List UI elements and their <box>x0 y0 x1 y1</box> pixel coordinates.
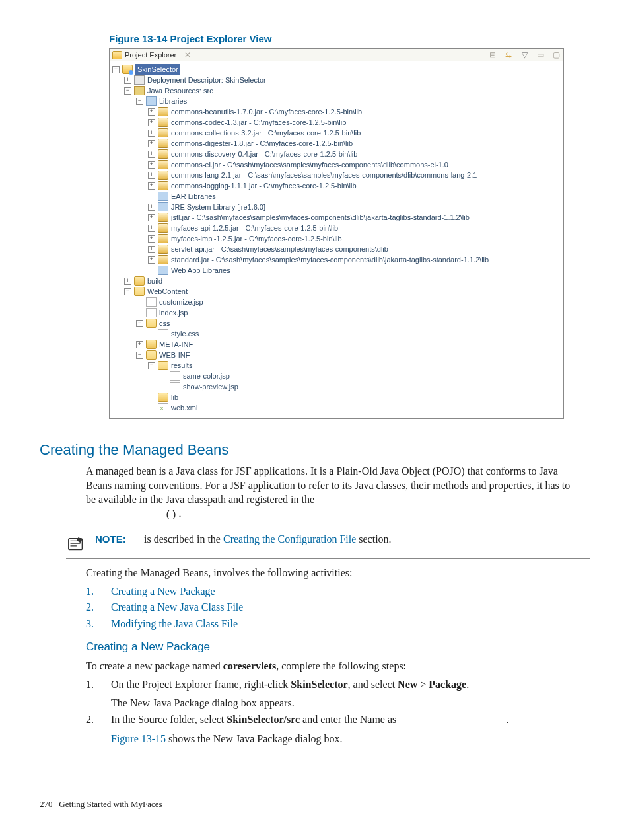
file-icon <box>170 382 180 391</box>
file-icon <box>158 329 168 338</box>
tree-item[interactable]: standard.jar - C:\sash\myfaces\samples\m… <box>171 254 489 265</box>
tree-item[interactable]: EAR Libraries <box>171 191 216 202</box>
expand-icon[interactable]: + <box>124 278 131 285</box>
tree-item[interactable]: style.css <box>171 328 199 339</box>
collapse-all-icon[interactable]: ⊟ <box>488 50 497 59</box>
expand-icon[interactable]: + <box>148 225 155 232</box>
expand-icon[interactable]: + <box>136 341 143 348</box>
tree-item[interactable]: JRE System Library [jre1.6.0] <box>171 202 265 212</box>
steps-list: 1. On the Project Explorer frame, right-… <box>86 677 577 746</box>
project-explorer-screenshot: Project Explorer ✕ ⊟ ⇆ ▽ ▭ ▢ −SkinSelect… <box>109 48 564 419</box>
maximize-icon[interactable]: ▢ <box>551 50 561 59</box>
descriptor-icon <box>134 75 145 85</box>
expand-icon[interactable]: + <box>124 77 131 84</box>
expand-icon[interactable]: + <box>148 235 155 243</box>
expand-icon[interactable]: + <box>148 119 155 126</box>
tree-item[interactable]: jstl.jar - C:\sash\myfaces\samples\myfac… <box>171 212 470 223</box>
explorer-tabbar: Project Explorer ✕ ⊟ ⇆ ▽ ▭ ▢ <box>110 49 563 61</box>
tab-title[interactable]: Project Explorer <box>125 51 176 59</box>
tree-item[interactable]: show-preview.jsp <box>183 381 238 392</box>
library-icon <box>158 202 168 211</box>
tree-item[interactable]: Deployment Descriptor: SkinSelector <box>147 75 266 85</box>
tree-item[interactable]: Web App Libraries <box>171 265 230 276</box>
tree-item[interactable]: Libraries <box>159 96 187 106</box>
minimize-icon[interactable]: ▭ <box>536 50 545 59</box>
tree-item[interactable]: commons-collections-3.2.jar - C:\myfaces… <box>171 128 361 138</box>
tree-item-project[interactable]: SkinSelector <box>135 64 180 75</box>
text: shows the New Java Package dialog box. <box>166 733 343 744</box>
tree-item[interactable]: myfaces-impl-1.2.5.jar - C:\myfaces-core… <box>171 233 342 244</box>
expand-icon[interactable]: + <box>148 130 155 137</box>
tree-item[interactable]: commons-codec-1.3.jar - C:\myfaces-core-… <box>171 117 346 128</box>
step-result: The New Java Package dialog box appears. <box>111 696 577 710</box>
tree-item[interactable]: Java Resources: src <box>147 85 213 96</box>
tree-item[interactable]: index.jsp <box>159 307 188 318</box>
config-file-link[interactable]: Creating the Configuration File <box>223 533 356 545</box>
activities-intro: Creating the Managed Beans, involves the… <box>86 566 577 580</box>
section-heading: Creating the Managed Beans <box>40 441 590 459</box>
folder-open-icon <box>146 319 157 328</box>
expand-icon[interactable]: + <box>148 140 155 147</box>
tree-item[interactable]: myfaces-api-1.2.5.jar - C:\myfaces-core-… <box>171 223 338 233</box>
note-text-part: is described in the <box>144 533 223 545</box>
collapse-icon[interactable]: − <box>136 320 143 327</box>
collapse-icon[interactable]: − <box>124 288 131 295</box>
tree-item[interactable]: WebContent <box>147 286 188 297</box>
subsection-intro: To create a new package named coreservle… <box>86 659 577 673</box>
tree-item[interactable]: build <box>147 276 162 286</box>
expand-icon[interactable]: + <box>148 256 155 264</box>
close-icon[interactable]: ✕ <box>182 50 193 59</box>
tree-item[interactable]: commons-beanutils-1.7.0.jar - C:\myfaces… <box>171 106 362 117</box>
collapse-icon[interactable]: − <box>148 362 155 369</box>
expand-icon[interactable]: + <box>148 214 155 221</box>
figure-link[interactable]: Figure 13-15 <box>111 733 166 744</box>
step-number: 1. <box>86 677 96 710</box>
expand-icon[interactable]: + <box>148 204 155 211</box>
expand-icon[interactable]: + <box>148 172 155 179</box>
tree-item[interactable]: META-INF <box>159 339 193 350</box>
collapse-icon[interactable]: − <box>136 98 143 105</box>
list-number: 1. <box>86 584 96 599</box>
expand-icon[interactable]: + <box>148 182 155 190</box>
tree-item[interactable]: lib <box>171 392 178 402</box>
footer-text: Getting Started with MyFaces <box>59 799 162 809</box>
tree-item[interactable]: commons-el.jar - C:\sash\myfaces\samples… <box>171 159 448 170</box>
project-tree[interactable]: −SkinSelector +Deployment Descriptor: Sk… <box>110 61 563 418</box>
jar-icon <box>158 149 168 159</box>
tree-item[interactable]: same-color.jsp <box>183 371 230 381</box>
activity-link[interactable]: Creating a New Package <box>111 584 215 599</box>
tree-item[interactable]: commons-logging-1.1.1.jar - C:\myfaces-c… <box>171 180 357 191</box>
expand-icon[interactable]: + <box>148 246 155 253</box>
tree-item[interactable]: commons-digester-1.8.jar - C:\myfaces-co… <box>171 138 353 149</box>
tree-item[interactable]: commons-discovery-0.4.jar - C:\myfaces-c… <box>171 149 357 159</box>
expand-icon[interactable]: + <box>148 151 155 158</box>
note-icon <box>66 535 86 554</box>
tree-item[interactable]: commons-lang-2.1.jar - C:\sash\myfaces\s… <box>171 170 477 180</box>
tree-item[interactable]: web.xml <box>171 402 197 413</box>
paragraph-text: A managed bean is a Java class for JSF a… <box>86 465 570 505</box>
jar-icon <box>158 107 168 116</box>
jar-icon <box>158 213 168 222</box>
xml-file-icon <box>158 403 168 412</box>
tree-item[interactable]: css <box>159 318 170 328</box>
tree-item[interactable]: servlet-api.jar - C:\sash\myfaces\sample… <box>171 244 388 254</box>
collapse-icon[interactable]: − <box>112 66 120 73</box>
view-menu-icon[interactable]: ▽ <box>520 50 529 59</box>
expand-icon[interactable]: + <box>148 161 155 169</box>
paragraph: A managed bean is a Java class for JSF a… <box>86 464 577 522</box>
step-text: On the Project Explorer frame, right-cli… <box>111 677 577 710</box>
jar-icon <box>158 128 168 137</box>
activity-link[interactable]: Creating a New Java Class File <box>111 600 243 615</box>
tree-item[interactable]: results <box>171 360 192 371</box>
library-icon <box>146 96 157 106</box>
jar-icon <box>158 139 168 148</box>
file-icon <box>170 371 180 381</box>
activity-link[interactable]: Modifying the Java Class File <box>111 617 238 631</box>
tree-item[interactable]: customize.jsp <box>159 297 203 307</box>
collapse-icon[interactable]: − <box>136 352 143 359</box>
tree-item[interactable]: WEB-INF <box>159 350 190 360</box>
jar-icon <box>158 171 168 180</box>
link-editor-icon[interactable]: ⇆ <box>504 50 513 59</box>
expand-icon[interactable]: + <box>148 108 155 116</box>
collapse-icon[interactable]: − <box>124 87 131 95</box>
